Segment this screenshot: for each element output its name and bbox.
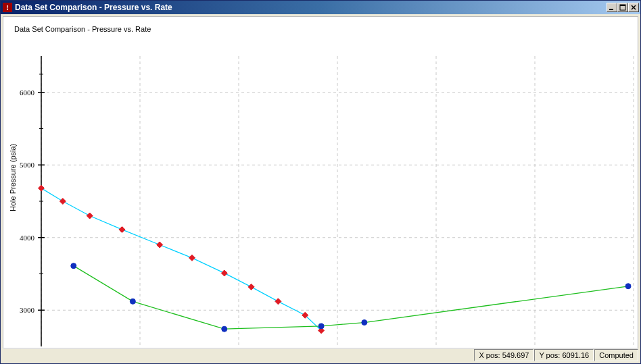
svg-marker-34 [275, 298, 281, 305]
close-button[interactable] [628, 3, 639, 12]
grid [38, 56, 634, 346]
window: ! Data Set Comparison - Pressure vs. Rat… [0, 0, 641, 364]
status-bar: X pos: 549.697 Y pos: 6091.16 Computed [3, 348, 638, 361]
plot-svg: 3000400050006000 [3, 17, 638, 348]
chart-area[interactable]: Data Set Comparison - Pressure vs. Rate … [3, 16, 638, 348]
svg-point-41 [362, 320, 367, 326]
app-icon: ! [3, 3, 12, 12]
svg-marker-33 [248, 284, 254, 290]
svg-marker-26 [39, 185, 45, 191]
svg-point-40 [318, 323, 324, 329]
status-ypos-value: 6091.16 [562, 351, 589, 359]
svg-point-39 [222, 326, 227, 332]
svg-marker-30 [157, 242, 163, 248]
window-controls [607, 3, 639, 12]
svg-marker-32 [221, 270, 227, 276]
svg-marker-31 [189, 255, 195, 261]
minimize-button[interactable] [607, 3, 617, 12]
status-xpos: X pos: 549.697 [474, 349, 533, 361]
status-xpos-value: 549.697 [502, 351, 529, 359]
svg-text:!: ! [6, 3, 9, 11]
svg-marker-27 [60, 199, 66, 205]
svg-point-38 [130, 298, 135, 304]
series-1 [71, 263, 631, 332]
status-xpos-label: X pos: [479, 351, 500, 359]
y-tick-label: 3000 [20, 306, 35, 314]
y-tick-label: 6000 [20, 88, 35, 97]
svg-rect-4 [620, 5, 625, 6]
status-ypos-label: Y pos: [539, 351, 560, 359]
y-tick-label: 4000 [20, 234, 35, 242]
svg-point-37 [71, 263, 76, 269]
series-0 [39, 185, 325, 334]
maximize-button[interactable] [617, 3, 628, 12]
svg-marker-28 [87, 213, 93, 219]
status-spacer [3, 349, 474, 361]
client-area: Data Set Comparison - Pressure vs. Rate … [1, 14, 640, 363]
window-title: Data Set Comparison - Pressure vs. Rate [15, 3, 607, 12]
svg-rect-2 [609, 9, 613, 10]
svg-marker-29 [119, 226, 125, 232]
title-bar: ! Data Set Comparison - Pressure vs. Rat… [1, 1, 640, 14]
status-ypos: Y pos: 6091.16 [534, 349, 594, 361]
y-tick-label: 5000 [20, 161, 35, 169]
status-computed: Computed [594, 349, 638, 361]
svg-point-42 [625, 284, 631, 289]
